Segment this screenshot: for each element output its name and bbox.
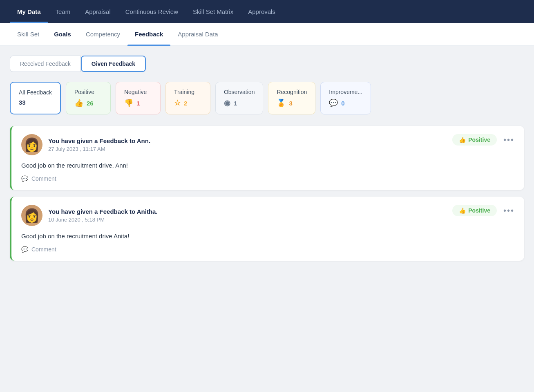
feedback-date-2: 10 June 2020 , 5:18 PM <box>48 217 158 223</box>
top-nav-item-approvals[interactable]: Approvals <box>241 0 283 23</box>
top-nav: My Data Team Appraisal Continuous Review… <box>0 0 534 23</box>
feedback-type-badge-1: 👍 Positive <box>452 134 497 146</box>
feedback-body-2: Good job on the recruitment drive Anita! <box>21 233 514 240</box>
comment-button-1[interactable]: 💬 Comment <box>21 175 56 182</box>
feedback-card-2: You have given a Feedback to Anitha. 10 … <box>10 197 524 261</box>
received-feedback-toggle[interactable]: Received Feedback <box>10 56 81 72</box>
sub-nav-item-feedback[interactable]: Feedback <box>127 23 170 46</box>
sub-nav-item-appraisal-data[interactable]: Appraisal Data <box>170 23 225 46</box>
comment-button-2[interactable]: 💬 Comment <box>21 246 56 253</box>
filter-card-training[interactable]: Training ☆ 2 <box>165 82 210 114</box>
feedback-header-2: You have given a Feedback to Anitha. 10 … <box>21 205 514 226</box>
positive-icon-2: 👍 <box>459 207 466 214</box>
filter-card-negative[interactable]: Negative 👎 1 <box>116 82 161 114</box>
feedback-card-1: You have given a Feedback to Ann. 27 Jul… <box>10 126 524 190</box>
feedback-type-badge-2: 👍 Positive <box>452 205 497 216</box>
main-content: Received Feedback Given Feedback All Fee… <box>0 46 534 392</box>
top-nav-item-team[interactable]: Team <box>48 0 78 23</box>
avatar-anitha <box>21 205 42 226</box>
positive-icon-1: 👍 <box>459 137 466 143</box>
thumbs-down-icon: 👎 <box>124 99 133 108</box>
more-options-2[interactable]: ••• <box>503 206 514 215</box>
top-nav-item-continuous-review[interactable]: Continuous Review <box>118 0 185 23</box>
top-nav-item-skill-set-matrix[interactable]: Skill Set Matrix <box>185 0 241 23</box>
filter-card-all[interactable]: All Feedback 33 <box>10 82 61 114</box>
filter-cards: All Feedback 33 Positive 👍 26 Negative 👎… <box>10 82 524 114</box>
feedback-body-1: Good job on the recruitment drive, Ann! <box>21 162 514 169</box>
eye-icon: ◉ <box>224 99 230 108</box>
feedback-title-2: You have given a Feedback to Anitha. <box>48 208 158 215</box>
toggle-bar: Received Feedback Given Feedback <box>10 56 524 72</box>
chat-icon: 💬 <box>329 99 338 108</box>
sub-nav: Skill Set Goals Competency Feedback Appr… <box>0 23 534 46</box>
star-icon: ☆ <box>174 99 181 108</box>
given-feedback-toggle[interactable]: Given Feedback <box>81 56 146 72</box>
sub-nav-item-skill-set[interactable]: Skill Set <box>10 23 47 46</box>
sub-nav-item-goals[interactable]: Goals <box>47 23 78 46</box>
more-options-1[interactable]: ••• <box>503 135 514 145</box>
filter-card-recognition[interactable]: Recognition 🏅 3 <box>268 82 315 114</box>
medal-icon: 🏅 <box>277 99 286 108</box>
sub-nav-item-competency[interactable]: Competency <box>78 23 127 46</box>
top-nav-item-appraisal[interactable]: Appraisal <box>78 0 118 23</box>
thumbs-up-icon: 👍 <box>74 99 83 108</box>
avatar-ann <box>21 134 42 155</box>
top-nav-item-my-data[interactable]: My Data <box>10 0 48 23</box>
filter-card-improvement[interactable]: Improveme... 💬 0 <box>320 82 371 114</box>
filter-card-positive[interactable]: Positive 👍 26 <box>66 82 111 114</box>
filter-card-observation[interactable]: Observation ◉ 1 <box>215 82 263 114</box>
comment-icon-2: 💬 <box>21 246 28 253</box>
comment-icon-1: 💬 <box>21 175 28 182</box>
feedback-date-1: 27 July 2023 , 11:17 AM <box>48 146 150 152</box>
feedback-header-1: You have given a Feedback to Ann. 27 Jul… <box>21 134 514 155</box>
feedback-title-1: You have given a Feedback to Ann. <box>48 137 150 144</box>
